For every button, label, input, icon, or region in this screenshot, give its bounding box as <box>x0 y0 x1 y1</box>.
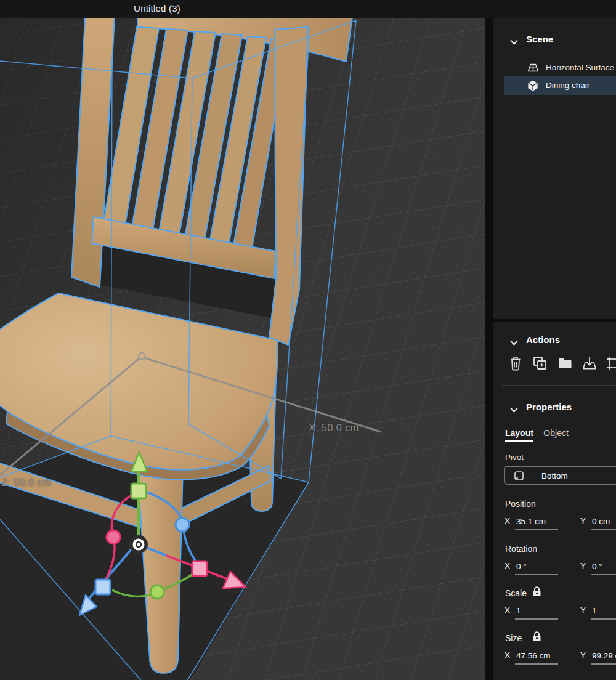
actions-section-header[interactable]: Actions <box>493 334 616 348</box>
tab-layout[interactable]: Layout <box>505 428 533 442</box>
pivot-value: Bottom <box>541 471 568 480</box>
rotation-y-field[interactable]: Y0 ° <box>580 561 616 575</box>
pivot-label: Pivot <box>505 453 524 462</box>
app-window: Untitled (3) <box>0 0 616 680</box>
axis-label: X <box>505 516 515 525</box>
import-icon <box>582 363 598 373</box>
horizontal-surface-icon <box>527 62 539 76</box>
axis-label: X <box>505 561 515 570</box>
axis-label: X <box>505 650 515 660</box>
size-x-input[interactable]: 47.56 cm <box>515 651 558 665</box>
scale-y-field[interactable]: Y1 <box>580 605 616 620</box>
rotation-x-field[interactable]: X0 ° <box>505 561 566 575</box>
pivot-bottom-icon <box>513 470 525 485</box>
gizmo-x-rotation-knob[interactable] <box>107 530 120 544</box>
size-x-field[interactable]: X47.56 cm <box>505 650 566 665</box>
frame-button[interactable] <box>606 355 616 371</box>
document-title: Untitled (3) <box>134 3 180 14</box>
import-button[interactable] <box>582 355 598 371</box>
x-dimension-label: X: 50.0 cm <box>309 423 359 434</box>
rotation-y-input[interactable]: 0 ° <box>591 562 616 575</box>
pivot-dropdown[interactable]: Bottom <box>504 466 616 485</box>
lock-icon[interactable] <box>532 631 541 645</box>
scale-x-input[interactable]: 1 <box>515 606 558 620</box>
scene-section-header[interactable]: Scene <box>493 34 616 47</box>
actions-section-title: Actions <box>526 334 560 345</box>
size-y-field[interactable]: Y99.29 cm <box>580 650 616 665</box>
group-button[interactable] <box>557 355 573 371</box>
properties-tabs: Layout Object <box>505 427 576 442</box>
duplicate-button[interactable] <box>532 355 548 371</box>
position-group-label: Position <box>505 499 536 509</box>
scale-x-field[interactable]: X1 <box>505 605 566 620</box>
gizmo-y-rotation-knob[interactable] <box>150 585 164 599</box>
gizmo-y-scale-handle[interactable] <box>131 484 146 498</box>
chevron-down-icon[interactable] <box>510 37 518 48</box>
position-x-field[interactable]: X35.1 cm <box>505 516 566 530</box>
viewport-3d-canvas[interactable]: X: 50.0 cm Z: 50.0 cm <box>0 18 485 680</box>
size-y-input[interactable]: 99.29 cm <box>591 651 616 665</box>
axis-label: Y <box>580 516 591 525</box>
frame-icon <box>606 363 616 373</box>
folder-icon <box>557 363 573 373</box>
axis-label: Y <box>580 650 591 660</box>
axis-label: Y <box>580 605 591 615</box>
tab-object[interactable]: Object <box>543 428 568 440</box>
panel-divider <box>485 18 493 680</box>
position-y-field[interactable]: Y0 cm <box>580 516 616 530</box>
rotation-group-label: Rotation <box>505 544 537 554</box>
position-y-input[interactable]: 0 cm <box>591 517 616 530</box>
scene-item-label: Dining chair <box>546 81 590 90</box>
z-dimension-label: Z: 50.0 cm <box>1 477 51 488</box>
gizmo-z-scale-handle[interactable] <box>95 580 110 594</box>
gizmo-center-handle[interactable] <box>129 535 148 554</box>
properties-section-title: Properties <box>526 402 572 412</box>
trash-icon <box>508 363 523 373</box>
scene-section-title: Scene <box>526 34 553 44</box>
cube-icon <box>527 80 538 94</box>
chair-seat <box>0 293 277 470</box>
axis-label: Y <box>580 561 591 570</box>
position-x-input[interactable]: 35.1 cm <box>515 517 558 530</box>
duplicate-icon <box>532 363 548 373</box>
scene-item-horizontal-surface[interactable]: Horizontal Surface <box>504 59 616 77</box>
delete-button[interactable] <box>508 355 524 371</box>
chevron-down-icon[interactable] <box>510 338 518 349</box>
scene-item-dining-chair[interactable]: Dining chair <box>504 76 616 95</box>
chair-right-stile <box>269 27 308 345</box>
lock-icon[interactable] <box>532 586 541 600</box>
section-divider <box>493 319 616 322</box>
right-panel: Scene Horizontal Surface Dining chair <box>493 18 616 680</box>
gizmo-z-rotation-knob[interactable] <box>176 518 189 532</box>
rotation-x-input[interactable]: 0 ° <box>515 562 558 575</box>
chevron-down-icon[interactable] <box>510 405 518 416</box>
scale-y-input[interactable]: 1 <box>591 606 616 620</box>
gizmo-x-scale-handle[interactable] <box>192 561 207 576</box>
titlebar: Untitled (3) <box>0 0 616 18</box>
actions-divider <box>502 385 616 386</box>
size-group-label: Size <box>505 633 522 643</box>
scale-group-label: Scale <box>505 588 527 598</box>
properties-section-header[interactable]: Properties <box>493 402 616 415</box>
axis-label: X <box>505 605 515 615</box>
scene-render[interactable] <box>0 18 485 680</box>
scene-item-label: Horizontal Surface <box>546 63 614 72</box>
